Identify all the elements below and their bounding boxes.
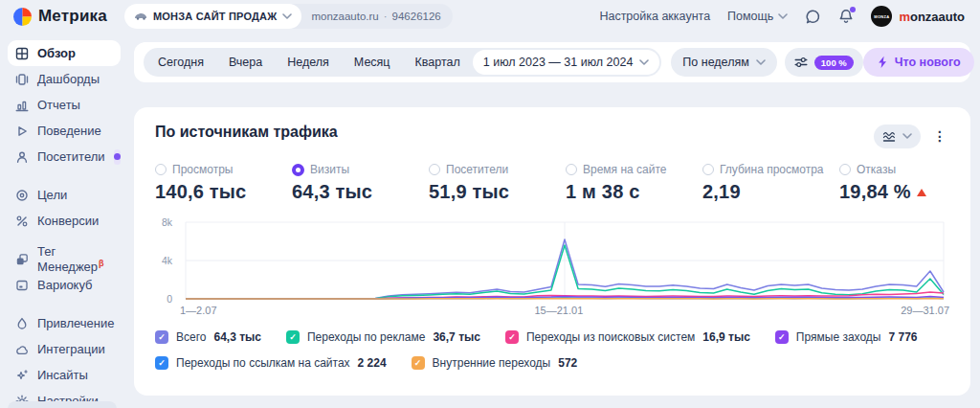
y-tick-label: 8k xyxy=(162,216,172,228)
sidebar-item-integrations[interactable]: Интеграции xyxy=(8,336,121,362)
sidebar-item-label: Интеграции xyxy=(37,342,105,356)
card-more-button[interactable] xyxy=(930,122,949,150)
sliders-icon xyxy=(794,56,808,69)
checkbox-icon xyxy=(505,330,519,344)
chart-type-dropdown[interactable] xyxy=(874,125,921,148)
car-icon xyxy=(134,12,147,20)
legend-item-search[interactable]: Переходы из поисковых систем 16,9 тыс xyxy=(505,330,750,344)
period-month-button[interactable]: Месяц xyxy=(342,56,403,69)
sidebar-item-label: Конверсии xyxy=(37,214,99,228)
legend-item-ads[interactable]: Переходы по рекламе 36,7 тыс xyxy=(286,330,480,344)
metric-views[interactable]: Просмотры 140,6 тыс xyxy=(155,163,292,203)
sampling-button[interactable]: 100 % xyxy=(785,48,863,77)
sidebar-bottom-pill[interactable] xyxy=(8,401,117,408)
grouping-value: По неделям xyxy=(682,56,748,69)
insights-icon xyxy=(15,369,29,382)
sidebar-item-visitors[interactable]: Посетители xyxy=(8,144,121,170)
sidebar-item-reports[interactable]: Отчеты xyxy=(8,92,121,118)
sidebar-item-dashboards[interactable]: Дашборды xyxy=(8,66,121,92)
sidebar-item-variocube[interactable]: Вариокуб xyxy=(8,272,121,298)
counter-selector: МОНЗА САЙТ ПРОДАЖ monzaauto.ru 94626126 xyxy=(124,4,453,29)
chevron-down-icon xyxy=(902,133,912,139)
counter-dropdown[interactable]: МОНЗА САЙТ ПРОДАЖ xyxy=(124,4,301,29)
radio-icon xyxy=(429,164,440,175)
notification-dot xyxy=(850,7,856,12)
card-title: По источникам трафика xyxy=(155,124,338,141)
account-settings-link[interactable]: Настройка аккаунта xyxy=(599,10,710,23)
date-range-value: 1 июл 2023 — 31 июл 2024 xyxy=(483,56,634,69)
traffic-chart[interactable]: 8k 4k 0 1—2.07 15—21.01 29—31.07 xyxy=(155,215,949,314)
chat-button[interactable] xyxy=(805,9,821,25)
radio-icon xyxy=(292,164,304,176)
attraction-icon xyxy=(15,317,29,330)
brand-name: Метрика xyxy=(38,7,107,26)
help-menu[interactable]: Помощь xyxy=(727,10,788,23)
metrica-logo-icon xyxy=(13,8,32,26)
x-axis: 1—2.07 15—21.01 29—31.07 xyxy=(180,305,949,316)
metrica-logo[interactable]: Метрика xyxy=(13,7,107,26)
metric-value: 1 м 38 с xyxy=(566,181,640,203)
top-header: Метрика МОНЗА САЙТ ПРОДАЖ monzaauto.ru 9… xyxy=(0,0,980,33)
sidebar-item-behavior[interactable]: Поведение xyxy=(8,118,121,144)
metric-value: 140,6 тыс xyxy=(155,181,246,203)
grouping-dropdown[interactable]: По неделям xyxy=(671,48,776,77)
period-week-button[interactable]: Неделя xyxy=(275,56,342,69)
metric-value: 51,9 тыс xyxy=(429,181,509,203)
checkbox-icon xyxy=(412,356,425,370)
counter-domain: monzaauto.ru xyxy=(311,11,378,22)
sidebar-item-label: Вариокуб xyxy=(37,278,93,292)
sidebar: Обзор Дашборды Отчеты Поведение Посетите… xyxy=(0,34,128,408)
period-yesterday-button[interactable]: Вчера xyxy=(216,56,275,69)
notifications-button[interactable] xyxy=(838,9,854,24)
period-quarter-button[interactable]: Квартал xyxy=(403,56,473,69)
toolbar-right: Что нового Добавить xyxy=(863,48,980,77)
sidebar-item-label: Инсайты xyxy=(37,368,88,382)
radio-icon xyxy=(839,164,851,175)
kebab-icon xyxy=(933,127,947,145)
whats-new-button[interactable]: Что нового xyxy=(863,48,974,77)
behavior-icon xyxy=(15,125,29,138)
help-label: Помощь xyxy=(727,10,773,23)
x-tick-label: 15—21.01 xyxy=(535,305,584,316)
counter-id: 94626126 xyxy=(384,11,441,22)
legend-item-links[interactable]: Переходы по ссылкам на сайтах 2 224 xyxy=(155,356,387,370)
metric-bounce[interactable]: Отказы 19,84 % xyxy=(839,163,926,203)
sidebar-item-insights[interactable]: Инсайты xyxy=(8,362,121,388)
conversions-icon xyxy=(15,215,29,228)
checkbox-icon xyxy=(775,330,789,344)
counter-meta[interactable]: monzaauto.ru 94626126 xyxy=(301,11,452,22)
y-tick-label: 4k xyxy=(162,255,172,266)
dashboards-icon xyxy=(15,73,29,86)
checkbox-icon xyxy=(155,356,168,370)
y-tick-label: 0 xyxy=(167,293,172,305)
sidebar-item-overview[interactable]: Обзор xyxy=(8,40,121,66)
metric-visits[interactable]: Визиты 64,3 тыс xyxy=(292,163,429,203)
date-range-picker[interactable]: 1 июл 2023 — 31 июл 2024 xyxy=(473,50,660,75)
reports-icon xyxy=(15,99,29,112)
plot-area[interactable] xyxy=(180,215,949,306)
user-menu[interactable]: MONZA monzaauto xyxy=(871,6,965,27)
chart-legend: Всего 64,3 тыс Переходы по рекламе 36,7 … xyxy=(155,324,949,375)
lightning-icon xyxy=(877,56,888,69)
legend-item-total[interactable]: Всего 64,3 тыс xyxy=(155,330,261,344)
legend-item-direct[interactable]: Прямые заходы 7 776 xyxy=(775,330,918,344)
metric-switcher: Просмотры 140,6 тыс Визиты 64,3 тыс Посе… xyxy=(155,163,949,203)
beta-badge: β xyxy=(99,259,104,268)
sidebar-item-conversions[interactable]: Конверсии xyxy=(8,208,121,234)
metric-visitors[interactable]: Посетители 51,9 тыс xyxy=(429,163,566,203)
legend-item-internal[interactable]: Внутренние переходы 572 xyxy=(412,356,578,370)
period-selector: Сегодня Вчера Неделя Месяц Квартал 1 июл… xyxy=(144,48,661,77)
metric-time-on-site[interactable]: Время на сайте 1 м 38 с xyxy=(566,163,702,203)
chevron-down-icon xyxy=(282,13,292,19)
sidebar-item-label: Посетители xyxy=(37,149,105,164)
period-today-button[interactable]: Сегодня xyxy=(145,56,216,69)
sidebar-item-goals[interactable]: Цели xyxy=(8,182,121,208)
traffic-sources-card: По источникам трафика Просмотры 140,6 ты… xyxy=(134,107,970,396)
tag-manager-icon xyxy=(15,253,29,266)
sidebar-item-attraction[interactable]: Привлечение xyxy=(8,310,121,336)
goals-icon xyxy=(15,189,29,202)
sidebar-item-tag-manager[interactable]: Тег Менеджерβ xyxy=(8,246,121,272)
metric-depth[interactable]: Глубина просмотра 2,19 xyxy=(702,163,839,203)
checkbox-icon xyxy=(286,330,300,344)
chevron-down-icon xyxy=(756,59,766,65)
